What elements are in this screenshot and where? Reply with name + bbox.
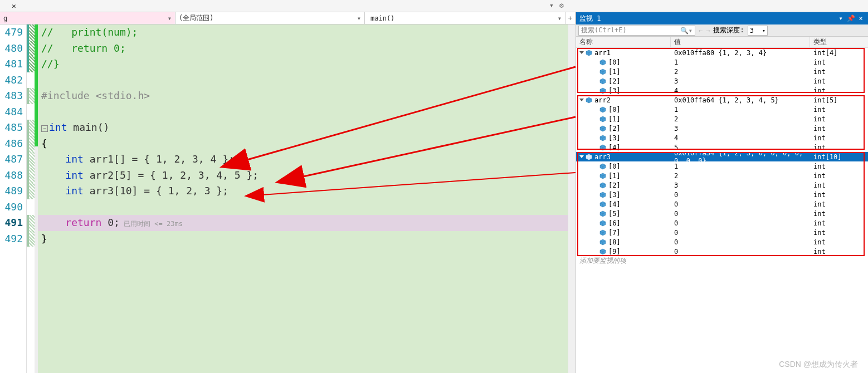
watch-title-label: 监视 1 [579, 14, 835, 23]
watch-row-child[interactable]: [2]3int [576, 124, 868, 133]
watch-panel: 监视 1 ▾ 📌 × 搜索(Ctrl+E) 🔍▾ ← → 搜索深度: 3 ▾ 名… [576, 12, 868, 373]
depth-input[interactable]: 3 ▾ [748, 26, 768, 36]
search-placeholder: 搜索(Ctrl+E) [581, 26, 627, 35]
watch-row-parent[interactable]: arr20x010ffa64 {1, 2, 3, 4, 5}int[5] [576, 95, 868, 105]
col-header-value[interactable]: 值 [671, 37, 810, 47]
watch-search-input[interactable]: 搜索(Ctrl+E) 🔍▾ [578, 26, 695, 36]
code-line[interactable] [38, 72, 568, 89]
watch-row-parent[interactable]: arr30x010ffa34 {1, 2, 3, 0, 0, 0, 0, 0, … [576, 152, 868, 161]
add-watch-item[interactable]: 添加要监视的项 [576, 256, 868, 266]
scope-dropdown-bar: g ▾ (全局范围) ▾ main() ▾ + [0, 12, 576, 24]
code-line[interactable]: int arr2[5] = { 1, 2, 3, 4, 5 }; [38, 168, 568, 184]
watch-row-child[interactable]: [0]1int [576, 57, 868, 67]
watch-row-child[interactable]: [1]2int [576, 114, 868, 124]
scope-dropdown-2[interactable]: (全局范围) ▾ [175, 12, 365, 24]
gear-icon[interactable]: ⚙ [559, 1, 567, 9]
scope-dropdown-3[interactable]: main() ▾ [365, 12, 565, 24]
watch-body: arr10x010ffa80 {1, 2, 3, 4}int[4][0]1int… [576, 48, 868, 373]
watch-row-child[interactable]: [7]0int [576, 228, 868, 237]
watch-row-child[interactable]: [3]4int [576, 133, 868, 143]
col-header-type[interactable]: 类型 [810, 37, 868, 47]
window-dropdown-icon[interactable]: ▾ [837, 14, 845, 22]
watch-row-child[interactable]: [0]1int [576, 161, 868, 171]
watch-row-child[interactable]: [2]3int [576, 180, 868, 190]
code-line[interactable]: #include <stdio.h> [38, 88, 568, 104]
watch-row-child[interactable]: [6]0int [576, 218, 868, 228]
close-icon[interactable]: × [857, 14, 865, 22]
change-marker-strip [27, 24, 35, 373]
vertical-scrollbar[interactable] [568, 24, 576, 373]
scope-dropdown-1[interactable]: g ▾ [0, 12, 175, 24]
dropdown-caret-icon[interactable]: ▾ [549, 1, 557, 9]
code-line[interactable]: int arr3[10] = { 1, 2, 3 }; [38, 183, 568, 199]
col-header-name[interactable]: 名称 [576, 37, 671, 47]
nav-prev-button[interactable]: ← [699, 27, 703, 35]
watch-row-parent[interactable]: arr10x010ffa80 {1, 2, 3, 4}int[4] [576, 48, 868, 57]
code-line[interactable] [38, 199, 568, 215]
code-line[interactable]: //} [38, 56, 568, 72]
code-line[interactable]: −int main() [38, 120, 568, 136]
tab-bar: × ▾ ⚙ [0, 0, 868, 12]
close-icon: × [12, 2, 16, 10]
watch-row-child[interactable]: [8]0int [576, 237, 868, 247]
watch-row-child[interactable]: [1]2int [576, 171, 868, 180]
watch-row-child[interactable]: [3]0int [576, 190, 868, 199]
watermark: CSDN @想成为传火者 [779, 360, 858, 370]
chevron-down-icon: ▾ [558, 14, 562, 22]
watch-header-row: 名称 值 类型 [576, 37, 868, 48]
watch-row-child[interactable]: [5]0int [576, 209, 868, 218]
code-line[interactable]: // print(num); [38, 24, 568, 41]
scope3-label: main() [370, 14, 394, 22]
watch-title-bar[interactable]: 监视 1 ▾ 📌 × [576, 12, 868, 24]
code-line[interactable]: { [38, 136, 568, 152]
line-number-gutter: 4794804814824834844854864874884894904914… [0, 24, 27, 373]
chevron-down-icon: ▾ [168, 14, 172, 22]
code-line[interactable] [38, 104, 568, 120]
nav-next-button[interactable]: → [706, 27, 710, 35]
watch-row-child[interactable]: [9]0int [576, 247, 868, 256]
code-line[interactable]: return 0; 已用时间 <= 23ms [38, 215, 568, 231]
depth-label: 搜索深度: [713, 26, 744, 35]
chevron-down-icon: ▾ [357, 14, 361, 22]
scope2-label: (全局范围) [179, 13, 213, 23]
search-icon: 🔍▾ [680, 27, 693, 35]
watch-row-child[interactable]: [3]4int [576, 86, 868, 95]
watch-toolbar: 搜索(Ctrl+E) 🔍▾ ← → 搜索深度: 3 ▾ [576, 24, 868, 37]
code-line[interactable]: // return 0; [38, 41, 568, 57]
pin-icon[interactable]: 📌 [847, 14, 855, 22]
watch-row-child[interactable]: [2]3int [576, 76, 868, 86]
chevron-down-icon: ▾ [762, 28, 765, 33]
code-line[interactable]: } [38, 231, 568, 247]
add-scope-button[interactable]: + [565, 12, 576, 24]
depth-value: 3 [750, 27, 754, 35]
scope1-label: g [3, 14, 7, 22]
code-line[interactable]: int arr1[] = { 1, 2, 3, 4 }; [38, 151, 568, 168]
close-tab-button[interactable]: × [0, 1, 28, 12]
watch-row-child[interactable]: [1]2int [576, 67, 868, 76]
watch-row-child[interactable]: [4]0int [576, 199, 868, 209]
watch-row-child[interactable]: [0]1int [576, 105, 868, 114]
code-editor[interactable]: // print(num);// return 0;//}#include <s… [38, 24, 568, 373]
